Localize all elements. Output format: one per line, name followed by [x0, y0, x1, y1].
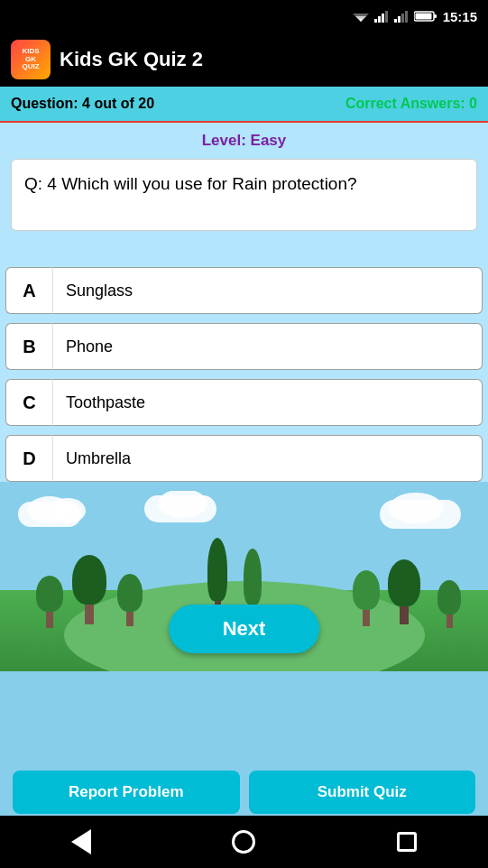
tree-5: [388, 559, 420, 624]
bottom-buttons: Report Problem Submit Quiz: [0, 771, 488, 814]
next-button[interactable]: Next: [169, 605, 320, 653]
tree-6: [437, 580, 461, 628]
option-letter-a: A: [5, 267, 52, 314]
svg-rect-5: [382, 14, 384, 23]
option-text-a: Sunglass: [52, 267, 483, 314]
option-text-c: Toothpaste: [52, 379, 483, 426]
option-row-a[interactable]: A Sunglass: [5, 267, 483, 314]
svg-rect-10: [405, 11, 408, 23]
report-problem-button[interactable]: Report Problem: [13, 771, 240, 814]
option-text-b: Phone: [52, 323, 483, 370]
main-content: Level: Easy Q: 4 Which will you use for …: [0, 123, 488, 267]
home-button[interactable]: [231, 829, 256, 854]
svg-rect-3: [374, 19, 377, 23]
wifi-icon: [353, 10, 369, 23]
app-header: KIDSGKQUIZ Kids GK Quiz 2: [0, 32, 488, 87]
option-text-d: Umbrella: [52, 435, 483, 482]
question-bar: Question: 4 out of 20 Correct Answers: 0: [0, 87, 488, 123]
option-letter-d: D: [5, 435, 52, 482]
time-display: 15:15: [443, 9, 477, 24]
tree-4: [353, 570, 380, 626]
back-icon: [71, 829, 91, 854]
status-icons: 15:15: [353, 9, 477, 24]
option-row-c[interactable]: C Toothpaste: [5, 379, 483, 426]
option-letter-b: B: [5, 323, 52, 370]
status-bar: 15:15: [0, 0, 488, 32]
back-button[interactable]: [69, 829, 94, 854]
signal-icon: [374, 10, 389, 23]
correct-answers: Correct Answers: 0: [345, 96, 477, 112]
question-counter: Question: 4 out of 20: [11, 96, 154, 112]
svg-rect-8: [398, 16, 401, 23]
home-icon: [232, 830, 255, 854]
signal2-icon: [394, 10, 409, 23]
cloud-1c: [50, 498, 86, 523]
question-box: Q: 4 Which will you use for Rain protect…: [11, 159, 477, 231]
svg-rect-9: [401, 14, 404, 23]
svg-rect-4: [378, 16, 381, 23]
option-row-d[interactable]: D Umbrella: [5, 435, 483, 482]
option-row-b[interactable]: B Phone: [5, 323, 483, 370]
option-letter-c: C: [5, 379, 52, 426]
svg-rect-12: [434, 14, 437, 18]
recent-icon: [397, 832, 417, 852]
app-title: Kids GK Quiz 2: [60, 48, 203, 71]
battery-icon: [414, 10, 437, 23]
recent-button[interactable]: [394, 829, 419, 854]
tree-1: [36, 576, 63, 628]
svg-rect-6: [385, 11, 388, 23]
submit-quiz-button[interactable]: Submit Quiz: [249, 771, 476, 814]
app-logo: KIDSGKQUIZ: [11, 40, 51, 79]
nav-bar: [0, 816, 488, 868]
level-label: Level: Easy: [11, 132, 477, 150]
tree-2: [72, 555, 106, 624]
svg-rect-13: [415, 14, 431, 20]
svg-rect-7: [394, 19, 397, 23]
tree-3: [117, 574, 143, 626]
cloud-3b: [389, 493, 443, 523]
scene-area: Next: [0, 491, 488, 671]
options-container: A Sunglass B Phone C Toothpaste D Umbrel…: [0, 267, 488, 482]
